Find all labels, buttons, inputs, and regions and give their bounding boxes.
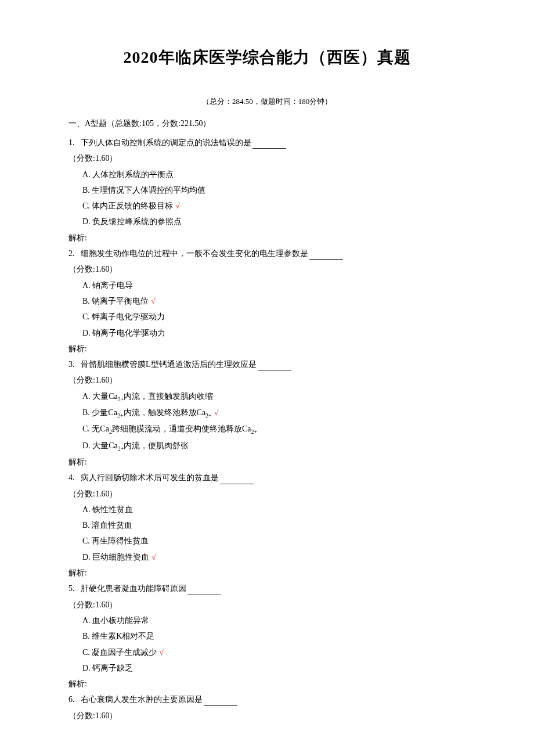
question-score: （分数:1.60） — [68, 597, 466, 613]
option: D. 钙离子缺乏 — [68, 660, 466, 676]
option-text: 血小板功能异常 — [92, 616, 149, 625]
option-label: C. — [82, 201, 92, 210]
correct-mark-icon: √ — [159, 648, 164, 657]
option-label: D. — [82, 217, 92, 226]
option-label: C. — [82, 537, 92, 545]
option: B. 溶血性贫血 — [68, 517, 466, 533]
option: A. 血小板功能异常 — [68, 613, 466, 628]
option: A. 人体控制系统的平衡点 — [68, 167, 466, 182]
option: A. 钠离子电导 — [68, 278, 466, 293]
question-block: 4. 病人行回肠切除术术后可发生的贫血是（分数:1.60）A. 铁性性贫血B. … — [68, 470, 466, 581]
option-label: A. — [82, 616, 92, 625]
option: C. 钾离子电化学驱动力 — [68, 309, 466, 325]
question-score: （分数:1.60） — [68, 486, 466, 502]
option: A. 大量Ca2+内流，直接触发肌肉收缩 — [68, 388, 466, 405]
option-label: C. — [82, 424, 92, 433]
question-text: 细胞发生动作电位的过程中，一般不会发生变化的电生理参数是 — [81, 246, 308, 261]
question-text: 病人行回肠切除术术后可发生的贫血是 — [81, 470, 219, 485]
question-number: 3. — [68, 357, 81, 372]
option-text: 巨幼细胞性资血 — [92, 553, 149, 561]
option-text: 钙离子缺乏 — [92, 664, 133, 672]
question-number: 4. — [68, 470, 81, 485]
option-label: C. — [82, 312, 92, 321]
question-text: 肝硬化患者凝血功能障碍原因 — [81, 581, 186, 596]
question-score: （分数:1.60） — [68, 372, 466, 388]
option: D. 钠离子电化学驱动力 — [68, 325, 466, 341]
option-label: A. — [82, 170, 92, 179]
question-text: 下列人体自动控制系统的调定点的说法错误的是 — [81, 135, 251, 150]
question-block: 3. 骨骼肌细胞横管膜L型钙通道激活后的生理效应是 （分数:1.60）A. 大量… — [68, 357, 466, 470]
blank-line — [187, 579, 221, 595]
option-text: 体内正反馈的终极目标 — [92, 201, 173, 210]
correct-mark-icon: √ — [175, 201, 180, 210]
question-block: 6. 右心衰病人发生水肿的主要原因是 （分数:1.60） — [68, 692, 466, 723]
blank-line — [309, 244, 343, 260]
option-label: D. — [82, 553, 92, 561]
question-stem: 2. 细胞发生动作电位的过程中，一般不会发生变化的电生理参数是 — [68, 246, 466, 261]
option: B. 少量Ca2+内流，触发终池释放Ca2+√ — [68, 405, 466, 421]
question-block: 5. 肝硬化患者凝血功能障碍原因 （分数:1.60）A. 血小板功能异常B. 维… — [68, 581, 466, 692]
option-text: 维生素K相对不足 — [92, 632, 154, 640]
option-label: A. — [82, 505, 92, 514]
option: D. 大量Ca2+内流，使肌肉舒张 — [68, 438, 466, 454]
analysis-label: 解析: — [68, 230, 466, 246]
blank-line — [252, 133, 286, 149]
question-number: 6. — [68, 692, 81, 707]
option-label: B. — [82, 408, 92, 417]
question-number: 5. — [68, 581, 81, 596]
analysis-label: 解析: — [68, 676, 466, 692]
option: C. 再生障得性贫血 — [68, 533, 466, 549]
question-stem: 1. 下列人体自动控制系统的调定点的说法错误的是 — [68, 135, 466, 150]
question-block: 1. 下列人体自动控制系统的调定点的说法错误的是 （分数:1.60）A. 人体控… — [68, 135, 466, 246]
option-label: A. — [82, 392, 92, 401]
correct-mark-icon: √ — [151, 553, 156, 561]
option-label: A. — [82, 281, 92, 290]
option-label: D. — [82, 329, 92, 337]
blank-line — [258, 355, 291, 370]
question-stem: 4. 病人行回肠切除术术后可发生的贫血是 — [68, 470, 466, 485]
option-label: D. — [82, 664, 92, 672]
option-text: 人体控制系统的平衡点 — [92, 170, 174, 179]
question-block: 2. 细胞发生动作电位的过程中，一般不会发生变化的电生理参数是 （分数:1.60… — [68, 246, 466, 357]
option-text: 溶血性贫血 — [92, 521, 132, 530]
option-text: 生理情况下人体调控的平均均值 — [92, 186, 205, 195]
option: D. 负反馈控峰系统的参照点 — [68, 214, 466, 229]
document-title: 2020年临床医学综合能力（西医）真题 — [68, 46, 466, 69]
question-stem: 5. 肝硬化患者凝血功能障碍原因 — [68, 581, 466, 596]
option-text: 钾离子电化学驱动力 — [92, 312, 165, 321]
option-text: 少量Ca2+内流，触发终池释放Ca2+ — [92, 408, 211, 417]
question-stem: 3. 骨骼肌细胞横管膜L型钙通道激活后的生理效应是 — [68, 357, 466, 372]
option-label: C. — [82, 648, 92, 657]
option-text: 大量Ca2+内流，直接触发肌肉收缩 — [92, 392, 213, 401]
question-score: （分数:1.60） — [68, 150, 466, 166]
questions-container: 1. 下列人体自动控制系统的调定点的说法错误的是 （分数:1.60）A. 人体控… — [68, 135, 466, 723]
option-text: 凝血因子生成减少 — [92, 648, 157, 657]
analysis-label: 解析: — [68, 454, 466, 470]
option-label: B. — [82, 186, 92, 195]
question-text: 骨骼肌细胞横管膜L型钙通道激活后的生理效应是 — [81, 357, 257, 372]
option-text: 钠离子电导 — [92, 281, 133, 290]
option: C. 凝血因子生成减少√ — [68, 645, 466, 660]
option-text: 铁性性贫血 — [92, 505, 133, 514]
question-score: （分数:1.60） — [68, 261, 466, 277]
option: B. 生理情况下人体调控的平均均值 — [68, 182, 466, 198]
exam-meta: （总分：284.50，做题时间：180分钟） — [68, 96, 466, 107]
correct-mark-icon: √ — [151, 297, 156, 305]
option-text: 无Ca2跨细胞膜流动，通道变构使终池释放Ca2+ — [92, 424, 257, 433]
question-stem: 6. 右心衰病人发生水肿的主要原因是 — [68, 692, 466, 707]
blank-line — [204, 690, 237, 705]
analysis-label: 解析: — [68, 565, 466, 581]
option: D. 巨幼细胞性资血√ — [68, 549, 466, 565]
option: C. 体内正反馈的终极目标√ — [68, 198, 466, 214]
question-score: （分数:1.60） — [68, 708, 466, 723]
option-label: B. — [82, 297, 92, 305]
question-text: 右心衰病人发生水肿的主要原因是 — [81, 692, 203, 707]
correct-mark-icon: √ — [214, 408, 219, 417]
option-text: 钠离子电化学驱动力 — [92, 329, 165, 337]
option: B. 钠离子平衡电位√ — [68, 293, 466, 309]
option-text: 再生障得性贫血 — [92, 537, 149, 545]
section-header: 一、A型题（总题数:105，分数:221.50） — [68, 118, 466, 129]
option-text: 大量Ca2+内流，使肌肉舒张 — [92, 441, 189, 450]
analysis-label: 解析: — [68, 341, 466, 357]
option: B. 维生素K相对不足 — [68, 628, 466, 644]
